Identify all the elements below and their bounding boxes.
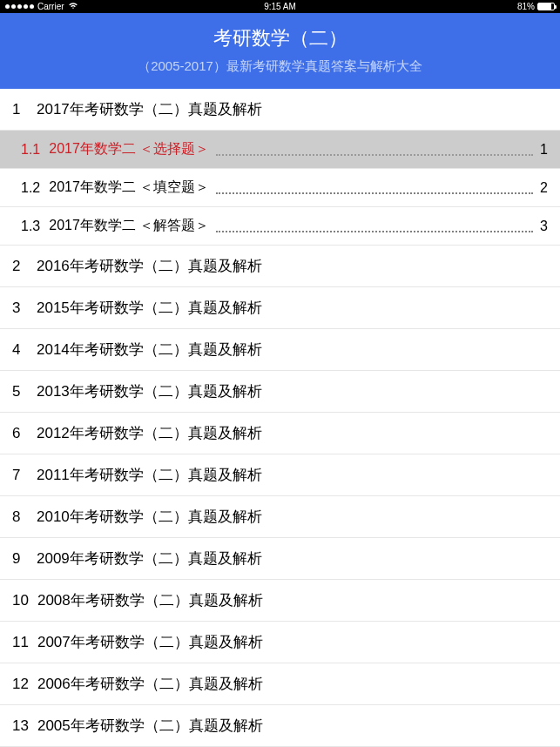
chapter-number: 2 bbox=[12, 258, 28, 275]
chapter-row[interactable]: 92009年考研数学（二）真题及解析 bbox=[0, 538, 560, 580]
chapter-row[interactable]: 72011年考研数学（二）真题及解析 bbox=[0, 454, 560, 496]
page-subtitle: （2005-2017）最新考研数学真题答案与解析大全 bbox=[0, 58, 560, 75]
leader-dots bbox=[216, 231, 533, 232]
chapter-title: 2005年考研数学（二）真题及解析 bbox=[37, 716, 263, 736]
toc-list[interactable]: 12017年考研数学（二）真题及解析1.12017年数学二 ＜选择题＞11.22… bbox=[0, 89, 560, 747]
chapter-number: 6 bbox=[12, 425, 28, 442]
page-title: 考研数学（二） bbox=[0, 25, 560, 51]
sub-chapter-title: 2017年数学二 ＜解答题＞ bbox=[49, 217, 209, 235]
chapter-number: 11 bbox=[12, 634, 29, 651]
chapter-row[interactable]: 102008年考研数学（二）真题及解析 bbox=[0, 580, 560, 622]
chapter-row[interactable]: 62012年考研数学（二）真题及解析 bbox=[0, 413, 560, 454]
chapter-title: 2015年考研数学（二）真题及解析 bbox=[37, 298, 262, 318]
status-time: 9:15 AM bbox=[264, 2, 296, 11]
chapter-number: 12 bbox=[12, 676, 29, 693]
chapter-title: 2006年考研数学（二）真题及解析 bbox=[37, 674, 263, 694]
chapter-row[interactable]: 82010年考研数学（二）真题及解析 bbox=[0, 496, 560, 538]
sub-chapter-number: 1.2 bbox=[21, 180, 40, 196]
chapter-number: 1 bbox=[12, 101, 28, 118]
status-bar: Carrier 9:15 AM 81% bbox=[0, 0, 560, 13]
chapter-row[interactable]: 122006年考研数学（二）真题及解析 bbox=[0, 663, 560, 705]
sub-chapter-title: 2017年数学二 ＜填空题＞ bbox=[49, 178, 209, 197]
chapter-number: 8 bbox=[12, 508, 28, 526]
chapter-number: 9 bbox=[12, 550, 28, 568]
battery-icon bbox=[537, 3, 555, 10]
chapter-row[interactable]: 12017年考研数学（二）真题及解析 bbox=[0, 89, 560, 131]
chapter-title: 2007年考研数学（二）真题及解析 bbox=[37, 632, 263, 652]
wifi-icon bbox=[68, 2, 78, 11]
sub-chapter-title: 2017年数学二 ＜选择题＞ bbox=[49, 140, 209, 158]
chapter-title: 2013年考研数学（二）真题及解析 bbox=[37, 381, 262, 401]
chapter-title: 2017年考研数学（二）真题及解析 bbox=[37, 99, 262, 119]
page-number: 2 bbox=[540, 180, 548, 196]
page-number: 1 bbox=[540, 142, 548, 158]
chapter-row[interactable]: 52013年考研数学（二）真题及解析 bbox=[0, 371, 560, 413]
chapter-title: 2010年考研数学（二）真题及解析 bbox=[37, 507, 262, 527]
chapter-title: 2014年考研数学（二）真题及解析 bbox=[37, 340, 262, 360]
sub-chapter-number: 1.1 bbox=[21, 142, 40, 158]
chapter-row[interactable]: 22016年考研数学（二）真题及解析 bbox=[0, 246, 560, 287]
chapter-number: 4 bbox=[12, 341, 28, 359]
chapter-title: 2016年考研数学（二）真题及解析 bbox=[37, 256, 262, 276]
chapter-title: 2009年考研数学（二）真题及解析 bbox=[37, 548, 262, 569]
header: 考研数学（二） （2005-2017）最新考研数学真题答案与解析大全 bbox=[0, 13, 560, 89]
chapter-row[interactable]: 32015年考研数学（二）真题及解析 bbox=[0, 287, 560, 329]
leader-dots bbox=[216, 192, 533, 194]
page-number: 3 bbox=[540, 219, 548, 234]
chapter-title: 2012年考研数学（二）真题及解析 bbox=[37, 423, 262, 443]
chapter-number: 7 bbox=[12, 467, 28, 484]
signal-icon bbox=[5, 4, 34, 9]
chapter-row[interactable]: 112007年考研数学（二）真题及解析 bbox=[0, 622, 560, 663]
sub-chapter-row[interactable]: 1.12017年数学二 ＜选择题＞1 bbox=[0, 131, 560, 169]
chapter-row[interactable]: 132005年考研数学（二）真题及解析 bbox=[0, 705, 560, 747]
sub-chapter-number: 1.3 bbox=[21, 219, 40, 234]
status-right: 81% bbox=[517, 2, 555, 11]
sub-chapter-row[interactable]: 1.32017年数学二 ＜解答题＞3 bbox=[0, 207, 560, 246]
status-left: Carrier bbox=[5, 2, 78, 11]
chapter-number: 5 bbox=[12, 383, 28, 400]
chapter-number: 10 bbox=[12, 592, 29, 609]
chapter-number: 3 bbox=[12, 299, 28, 317]
carrier-label: Carrier bbox=[37, 2, 64, 11]
chapter-row[interactable]: 42014年考研数学（二）真题及解析 bbox=[0, 329, 560, 371]
chapter-number: 13 bbox=[12, 717, 29, 735]
leader-dots bbox=[216, 154, 533, 156]
chapter-title: 2008年考研数学（二）真题及解析 bbox=[37, 590, 263, 610]
sub-chapter-row[interactable]: 1.22017年数学二 ＜填空题＞2 bbox=[0, 169, 560, 207]
chapter-title: 2011年考研数学（二）真题及解析 bbox=[37, 465, 262, 485]
battery-percent: 81% bbox=[517, 2, 535, 11]
